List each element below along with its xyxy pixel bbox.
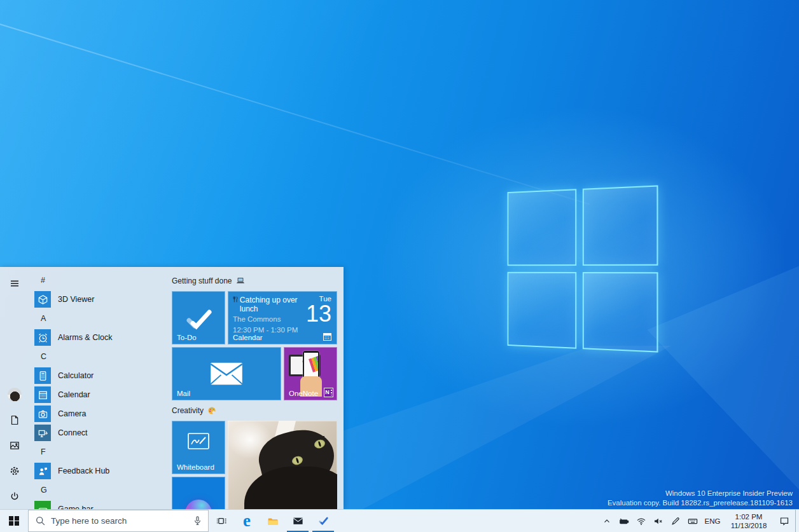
evaluation-watermark: Windows 10 Enterprise Insider Preview Ev…	[608, 489, 793, 508]
time-label: 1:02 PM	[735, 512, 763, 521]
app-item-alarms-clock[interactable]: Alarms & Clock	[34, 328, 169, 347]
volume-button[interactable]	[650, 510, 667, 532]
app-item-game-bar[interactable]: Game bar	[34, 500, 169, 509]
cortana-ball-icon	[185, 500, 212, 509]
app-item-calendar[interactable]: Calendar	[34, 385, 169, 404]
app-label: 3D Viewer	[58, 295, 94, 304]
touch-keyboard-button[interactable]	[684, 510, 701, 532]
watermark-line1: Windows 10 Enterprise Insider Preview	[608, 489, 793, 498]
taskbar-search[interactable]	[28, 510, 209, 532]
event-title: Catching up over lunch	[240, 296, 308, 313]
app-list-letter-header[interactable]: #	[34, 271, 169, 290]
date-label: 11/13/2018	[731, 521, 767, 530]
app-plate	[34, 463, 51, 479]
3d-viewer-icon	[38, 294, 48, 305]
calendar-icon	[38, 390, 48, 400]
windows-logo-pane	[508, 272, 577, 349]
show-hidden-icons-button[interactable]	[598, 510, 615, 532]
document-icon	[10, 415, 20, 425]
mail-button[interactable]	[285, 510, 310, 532]
cat-photo	[244, 467, 337, 509]
group-title-label: Creativity	[172, 406, 204, 415]
letter-label: #	[41, 276, 45, 285]
edge-icon: e	[243, 512, 251, 529]
calendar-mini-icon	[323, 332, 332, 341]
tile-todo[interactable]: To-Do	[172, 291, 225, 344]
app-item-connect[interactable]: Connect	[34, 423, 169, 442]
rail-bottom-group	[3, 382, 26, 509]
task-view-button[interactable]	[209, 510, 234, 532]
system-tray: ENG 1:02 PM 11/13/2018	[598, 510, 799, 532]
action-center-button[interactable]	[774, 510, 795, 532]
file-explorer-button[interactable]	[260, 510, 285, 532]
battery-button[interactable]	[615, 510, 632, 532]
start-button[interactable]	[0, 510, 28, 532]
tile-photos[interactable]	[228, 421, 337, 509]
fork-knife-icon	[233, 296, 238, 303]
todo-button[interactable]	[310, 510, 336, 532]
tile-onenote[interactable]: OneNote N	[284, 347, 337, 400]
letter-label: A	[41, 314, 46, 323]
app-plate	[34, 501, 51, 509]
app-list-letter-header[interactable]: G	[34, 481, 169, 500]
app-list-letter-header[interactable]: F	[34, 442, 169, 461]
hamburger-icon	[10, 278, 20, 289]
calendar-date: 13	[306, 303, 331, 325]
alarms-clock-icon	[38, 332, 48, 343]
letter-label: F	[41, 447, 46, 456]
search-icon	[35, 515, 46, 526]
user-account-button[interactable]	[3, 382, 26, 407]
app-plate	[34, 406, 51, 422]
avatar	[8, 388, 22, 402]
app-item-feedback-hub[interactable]: Feedback Hub	[34, 461, 169, 481]
windows-logo-pane	[583, 185, 658, 266]
app-plate	[34, 425, 51, 441]
touch-keyboard-icon	[688, 516, 698, 526]
language-indicator[interactable]: ENG	[701, 510, 724, 532]
action-center-icon	[779, 516, 789, 526]
app-list-letter-header[interactable]: C	[34, 347, 169, 366]
app-label: Connect	[58, 428, 88, 437]
app-item-calculator[interactable]: Calculator	[34, 366, 169, 385]
power-button[interactable]	[3, 484, 26, 509]
calculator-icon	[38, 371, 48, 381]
windows-ink-button[interactable]	[667, 510, 684, 532]
tile-group-title[interactable]: Creativity	[172, 406, 344, 416]
app-item-camera[interactable]: Camera	[34, 404, 169, 423]
wifi-icon	[636, 516, 646, 526]
power-icon	[10, 491, 20, 501]
tile-grid-creativity: Whiteboard	[172, 421, 344, 509]
settings-button[interactable]	[3, 458, 26, 484]
tile-whiteboard[interactable]: Whiteboard	[172, 421, 225, 474]
tile-mail[interactable]: Mail	[172, 347, 281, 400]
windows-logo-icon	[9, 516, 19, 526]
search-input[interactable]	[51, 516, 187, 526]
app-list-letter-header[interactable]: A	[34, 309, 169, 328]
network-button[interactable]	[632, 510, 650, 532]
file-explorer-icon	[267, 515, 278, 526]
windows-logo-pane	[508, 189, 577, 266]
tile-calendar[interactable]: Catching up over lunch The Commons 12:30…	[228, 291, 337, 344]
feedback-hub-icon	[38, 466, 48, 477]
tile-label: Mail	[177, 390, 190, 397]
todo-icon	[318, 515, 329, 526]
edge-button[interactable]: e	[234, 510, 260, 532]
envelope-icon	[209, 361, 244, 386]
app-item-3d-viewer[interactable]: 3D Viewer	[34, 290, 169, 309]
laptop-emoji	[236, 277, 245, 285]
tile-group-title[interactable]: Getting stuff done	[172, 276, 344, 286]
app-plate	[34, 329, 51, 346]
tile-cortana[interactable]	[172, 477, 225, 509]
pictures-button[interactable]	[3, 433, 26, 458]
volume-muted-icon	[653, 516, 664, 526]
clock[interactable]: 1:02 PM 11/13/2018	[724, 510, 774, 532]
group-title-label: Getting stuff done	[172, 276, 232, 285]
app-label: Feedback Hub	[58, 467, 109, 475]
gear-icon	[10, 466, 20, 476]
mail-icon	[293, 515, 303, 526]
microphone-icon[interactable]	[192, 515, 203, 526]
show-desktop-button[interactable]	[795, 510, 799, 532]
documents-button[interactable]	[3, 407, 26, 433]
app-label: Camera	[58, 409, 86, 418]
expand-menu-button[interactable]	[3, 272, 26, 295]
